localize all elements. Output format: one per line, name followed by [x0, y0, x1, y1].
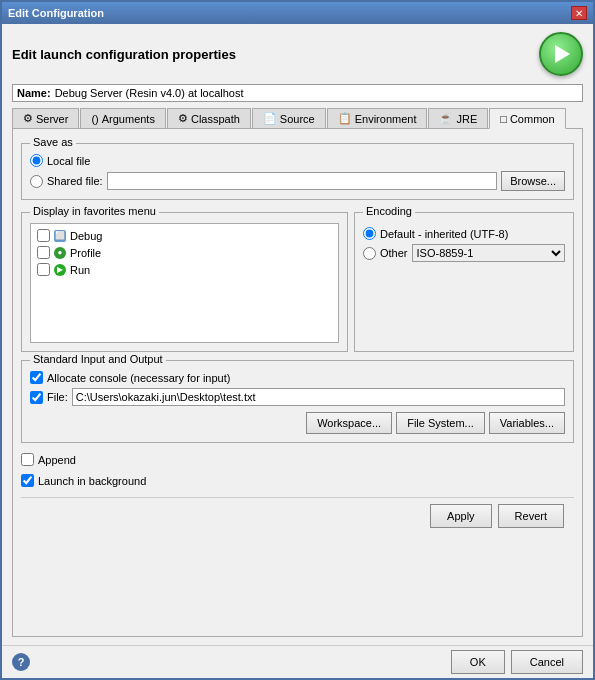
encoding-content: Default - inherited (UTF-8) Other ISO-88…: [363, 223, 565, 262]
jre-icon: ☕: [439, 112, 453, 125]
arguments-icon: (): [91, 113, 98, 125]
common-icon: □: [500, 113, 507, 125]
name-value: Debug Server (Resin v4.0) at localhost: [55, 87, 578, 99]
standard-io-group: Standard Input and Output Allocate conso…: [21, 360, 574, 443]
run-label: Run: [70, 264, 90, 276]
append-row: Append: [21, 453, 574, 466]
tabs-bar: ⚙ Server () Arguments ⚙ Classpath 📄 Sour…: [12, 108, 583, 129]
other-encoding-label: Other: [380, 247, 408, 259]
main-window: Edit Configuration ✕ Edit launch configu…: [0, 0, 595, 680]
debug-checkbox[interactable]: [37, 229, 50, 242]
tab-environment[interactable]: 📋 Environment: [327, 108, 428, 128]
play-icon: [555, 45, 570, 63]
ok-button[interactable]: OK: [451, 650, 505, 674]
file-row: File:: [30, 388, 565, 406]
list-item: ● Profile: [35, 245, 334, 260]
standard-io-label: Standard Input and Output: [30, 353, 166, 365]
local-file-label: Local file: [47, 155, 90, 167]
default-encoding-label: Default - inherited (UTF-8): [380, 228, 508, 240]
list-item: ⬜ Debug: [35, 228, 334, 243]
file-buttons: Workspace... File System... Variables...: [30, 412, 565, 434]
shared-file-label: Shared file:: [47, 175, 103, 187]
default-encoding-radio[interactable]: [363, 227, 376, 240]
save-as-label: Save as: [30, 136, 76, 148]
local-file-row: Local file: [30, 154, 565, 167]
tab-classpath[interactable]: ⚙ Classpath: [167, 108, 251, 128]
shared-file-radio[interactable]: [30, 175, 43, 188]
environment-icon: 📋: [338, 112, 352, 125]
tab-jre[interactable]: ☕ JRE: [428, 108, 488, 128]
bottom-bar: ? OK Cancel: [2, 645, 593, 678]
debug-label: Debug: [70, 230, 102, 242]
close-button[interactable]: ✕: [571, 6, 587, 20]
favorites-list: ⬜ Debug ● Profile ▶ Run: [30, 223, 339, 343]
name-label: Name:: [17, 87, 51, 99]
run-button[interactable]: [539, 32, 583, 76]
save-as-group: Save as Local file Shared file: Browse..…: [21, 143, 574, 200]
launch-background-checkbox[interactable]: [21, 474, 34, 487]
page-title: Edit launch configuration properties: [12, 47, 236, 62]
profile-icon: ●: [54, 247, 66, 259]
help-icon[interactable]: ?: [12, 653, 30, 671]
launch-background-row: Launch in background: [21, 474, 574, 487]
allocate-console-row: Allocate console (necessary for input): [30, 371, 565, 384]
tab-arguments[interactable]: () Arguments: [80, 108, 166, 128]
run-checkbox[interactable]: [37, 263, 50, 276]
window-content: Edit launch configuration properties Nam…: [2, 24, 593, 645]
ok-cancel-buttons: OK Cancel: [451, 650, 583, 674]
other-encoding-row: Other ISO-8859-1: [363, 244, 565, 262]
workspace-button[interactable]: Workspace...: [306, 412, 392, 434]
header-section: Edit launch configuration properties: [12, 32, 583, 76]
append-label: Append: [38, 454, 76, 466]
encoding-label: Encoding: [363, 205, 415, 217]
profile-checkbox[interactable]: [37, 246, 50, 259]
apply-revert-bar: Apply Revert: [21, 497, 574, 534]
name-bar: Name: Debug Server (Resin v4.0) at local…: [12, 84, 583, 102]
other-encoding-radio[interactable]: [363, 247, 376, 260]
file-label: File:: [47, 391, 68, 403]
allocate-console-label: Allocate console (necessary for input): [47, 372, 230, 384]
source-icon: 📄: [263, 112, 277, 125]
favorites-group: Display in favorites menu ⬜ Debug ● Prof…: [21, 212, 348, 352]
file-system-button[interactable]: File System...: [396, 412, 485, 434]
revert-button[interactable]: Revert: [498, 504, 564, 528]
window-title: Edit Configuration: [8, 7, 104, 19]
file-input[interactable]: [72, 388, 565, 406]
shared-file-input[interactable]: [107, 172, 497, 190]
tab-source[interactable]: 📄 Source: [252, 108, 326, 128]
debug-icon: ⬜: [54, 230, 66, 242]
local-file-radio[interactable]: [30, 154, 43, 167]
cancel-button[interactable]: Cancel: [511, 650, 583, 674]
encoding-group: Encoding Default - inherited (UTF-8) Oth…: [354, 212, 574, 352]
launch-background-label: Launch in background: [38, 475, 146, 487]
classpath-icon: ⚙: [178, 112, 188, 125]
browse-button[interactable]: Browse...: [501, 171, 565, 191]
tab-server[interactable]: ⚙ Server: [12, 108, 79, 128]
run-icon: ▶: [54, 264, 66, 276]
apply-button[interactable]: Apply: [430, 504, 492, 528]
favorites-label: Display in favorites menu: [30, 205, 159, 217]
file-checkbox[interactable]: [30, 391, 43, 404]
tab-common[interactable]: □ Common: [489, 108, 565, 129]
shared-file-row: Shared file: Browse...: [30, 171, 565, 191]
default-encoding-row: Default - inherited (UTF-8): [363, 227, 565, 240]
allocate-console-checkbox[interactable]: [30, 371, 43, 384]
list-item: ▶ Run: [35, 262, 334, 277]
bottom-checkboxes: Append Launch in background: [21, 453, 574, 491]
variables-button[interactable]: Variables...: [489, 412, 565, 434]
two-columns: Display in favorites menu ⬜ Debug ● Prof…: [21, 206, 574, 352]
main-panel: Save as Local file Shared file: Browse..…: [12, 129, 583, 637]
append-checkbox[interactable]: [21, 453, 34, 466]
encoding-select[interactable]: ISO-8859-1: [412, 244, 565, 262]
profile-label: Profile: [70, 247, 101, 259]
server-icon: ⚙: [23, 112, 33, 125]
title-bar: Edit Configuration ✕: [2, 2, 593, 24]
